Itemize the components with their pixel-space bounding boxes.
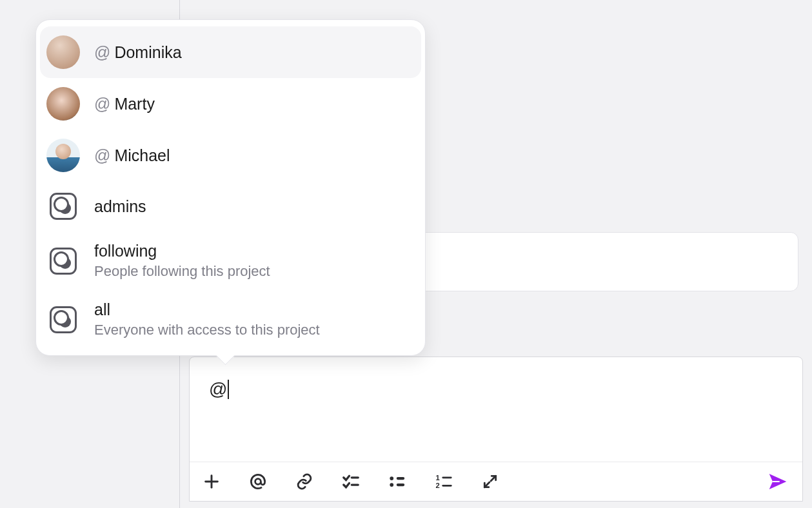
svg-text:1: 1 (436, 474, 440, 482)
avatar (46, 35, 80, 69)
group-icon (50, 306, 77, 333)
avatar (46, 139, 80, 172)
mention-label: @ Michael (94, 146, 170, 165)
mention-button[interactable] (248, 471, 268, 492)
numbered-list-icon: 12 (434, 472, 453, 491)
mention-description: People following this project (94, 263, 270, 280)
mention-item-person[interactable]: @ Michael (36, 130, 425, 181)
numbered-list-button[interactable]: 12 (433, 471, 454, 492)
mention-item-group[interactable]: all Everyone with access to this project (36, 290, 425, 349)
composer-input-text: @ (209, 379, 227, 399)
expand-icon (482, 473, 499, 490)
mention-name-text: Dominika (114, 43, 181, 62)
mention-name-text: admins (94, 197, 146, 216)
message-composer: @ 12 (189, 357, 803, 502)
mention-item-group[interactable]: following People following this project (36, 231, 425, 290)
mention-description: Everyone with access to this project (94, 322, 320, 338)
mention-label: following People following this project (94, 242, 270, 280)
svg-rect-6 (397, 477, 405, 480)
mention-label: @ Marty (94, 95, 155, 113)
link-icon (295, 473, 313, 491)
add-button[interactable] (201, 471, 222, 492)
mention-name-text: all (94, 300, 110, 319)
mention-name-text: Marty (114, 95, 155, 113)
at-symbol: @ (94, 43, 110, 62)
svg-point-7 (390, 483, 393, 487)
mention-label: @ Dominika (94, 43, 182, 62)
mention-label: admins (94, 197, 146, 216)
svg-text:2: 2 (436, 482, 440, 489)
svg-rect-8 (397, 484, 405, 486)
group-icon (50, 248, 77, 275)
composer-toolbar: 12 (190, 462, 802, 501)
at-symbol: @ (94, 95, 110, 113)
mention-item-person[interactable]: @ Dominika (40, 26, 421, 78)
expand-button[interactable] (480, 471, 500, 492)
mention-name-text: following (94, 242, 157, 260)
text-cursor (228, 380, 229, 399)
svg-point-5 (390, 476, 393, 480)
attach-button[interactable] (294, 471, 315, 492)
send-button[interactable] (767, 471, 788, 492)
at-symbol: @ (94, 146, 110, 165)
mention-item-person[interactable]: @ Marty (36, 78, 425, 130)
group-icon (50, 193, 77, 220)
mention-popup: @ Dominika @ Marty @ Michael admins (35, 19, 426, 356)
composer-input[interactable]: @ (190, 357, 802, 462)
send-icon (767, 470, 788, 493)
mention-name-text: Michael (114, 146, 170, 165)
at-icon (248, 472, 268, 491)
bullet-list-icon (388, 472, 407, 491)
mention-item-group[interactable]: admins (36, 181, 425, 231)
plus-icon (203, 473, 221, 491)
mention-label: all Everyone with access to this project (94, 300, 320, 338)
checklist-button[interactable] (341, 471, 361, 492)
avatar (46, 87, 80, 121)
checklist-icon (341, 472, 361, 491)
bullet-list-button[interactable] (387, 471, 408, 492)
background-card (418, 232, 798, 291)
